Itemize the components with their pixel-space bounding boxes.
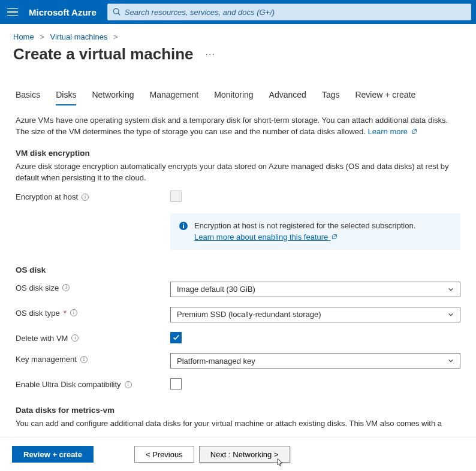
previous-button[interactable]: < Previous xyxy=(134,446,194,463)
info-icon[interactable]: i xyxy=(70,309,77,316)
svg-point-0 xyxy=(113,8,119,14)
os-disk-size-label: OS disk size xyxy=(16,283,59,292)
breadcrumb-vm[interactable]: Virtual machines xyxy=(50,32,108,41)
chevron-down-icon xyxy=(448,286,454,292)
hamburger-menu-icon[interactable] xyxy=(7,6,19,18)
chevron-down-icon xyxy=(448,358,454,364)
tab-tags[interactable]: Tags xyxy=(322,86,340,105)
brand-label: Microsoft Azure xyxy=(29,7,97,17)
page-title: Create a virtual machine xyxy=(13,45,194,64)
next-button[interactable]: Next : Networking > xyxy=(199,446,290,463)
svg-point-4 xyxy=(183,224,184,225)
required-indicator: * xyxy=(64,309,67,318)
external-link-icon xyxy=(332,234,338,240)
delete-with-vm-checkbox[interactable] xyxy=(170,332,182,343)
intro-text: Azure VMs have one operating system disk… xyxy=(16,115,460,138)
search-input[interactable] xyxy=(121,8,466,17)
breadcrumb-separator: > xyxy=(110,32,122,41)
encryption-at-host-label: Encryption at host xyxy=(16,192,78,201)
data-disks-desc: You can add and configure additional dat… xyxy=(16,418,460,430)
tab-management[interactable]: Management xyxy=(150,86,199,105)
breadcrumb: Home > Virtual machines > xyxy=(0,24,476,44)
checkmark-icon xyxy=(172,333,180,342)
search-icon xyxy=(113,8,121,16)
external-link-icon xyxy=(411,128,417,134)
tab-bar: BasicsDisksNetworkingManagementMonitorin… xyxy=(0,86,476,105)
data-disks-heading: Data disks for metrics-vm xyxy=(16,406,460,415)
global-search[interactable] xyxy=(107,4,471,20)
key-management-label: Key management xyxy=(16,355,77,364)
info-icon[interactable]: i xyxy=(62,284,70,291)
key-management-select[interactable]: Platform-managed key xyxy=(170,353,460,369)
os-disk-type-select[interactable]: Premium SSD (locally-redundant storage) xyxy=(170,307,460,322)
tab-basics[interactable]: Basics xyxy=(16,86,40,105)
encryption-desc: Azure disk storage encryption automatica… xyxy=(16,161,460,184)
info-icon[interactable]: i xyxy=(80,356,88,363)
top-header: Microsoft Azure xyxy=(0,0,476,24)
svg-line-1 xyxy=(118,13,120,15)
ultra-disk-label: Enable Ultra Disk compatibility xyxy=(16,380,121,389)
tab-networking[interactable]: Networking xyxy=(92,86,134,105)
tab-review-create[interactable]: Review + create xyxy=(355,86,415,105)
os-disk-size-select[interactable]: Image default (30 GiB) xyxy=(170,282,460,297)
tab-monitoring[interactable]: Monitoring xyxy=(214,86,253,105)
os-disk-type-label: OS disk type xyxy=(16,309,60,318)
review-create-button[interactable]: Review + create xyxy=(12,446,94,463)
info-icon[interactable]: i xyxy=(82,194,89,201)
os-disk-heading: OS disk xyxy=(16,265,460,274)
breadcrumb-home[interactable]: Home xyxy=(13,32,34,41)
intro-learn-more-link[interactable]: Learn more xyxy=(368,127,417,136)
info-circle-icon xyxy=(179,221,188,231)
delete-with-vm-label: Delete with VM xyxy=(16,334,68,343)
encryption-heading: VM disk encryption xyxy=(16,149,460,158)
tab-advanced[interactable]: Advanced xyxy=(269,86,306,105)
info-icon[interactable]: i xyxy=(71,334,79,342)
tab-disks[interactable]: Disks xyxy=(56,86,76,105)
chevron-down-icon xyxy=(448,312,454,318)
svg-rect-3 xyxy=(183,225,184,229)
encryption-info-message: Encryption at host is not registered for… xyxy=(170,213,460,249)
ultra-disk-checkbox[interactable] xyxy=(170,378,182,390)
breadcrumb-separator: > xyxy=(36,32,48,41)
more-menu-icon[interactable]: ··· xyxy=(206,49,215,60)
encryption-learn-more-link[interactable]: Learn more about enabling this feature xyxy=(194,233,338,241)
encryption-at-host-checkbox xyxy=(170,191,182,202)
footer-bar: Review + create < Previous Next : Networ… xyxy=(0,437,476,471)
info-icon[interactable]: i xyxy=(125,381,132,388)
